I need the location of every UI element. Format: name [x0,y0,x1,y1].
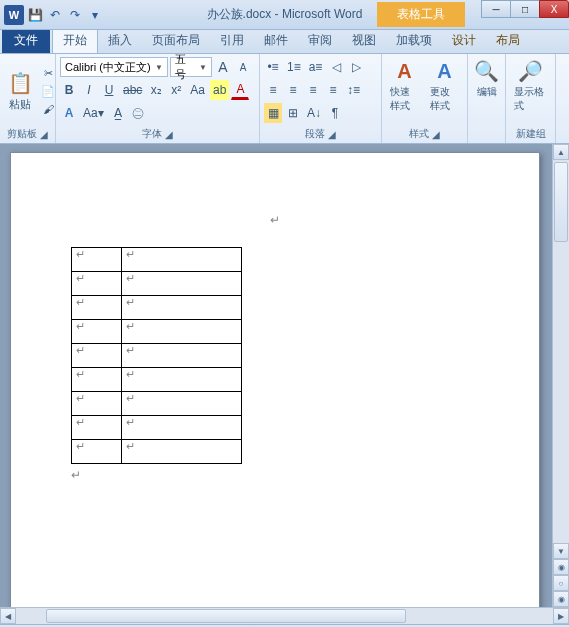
font-launcher-icon[interactable]: ◢ [165,129,173,140]
shading-button[interactable]: ▦ [264,103,282,123]
table-cell[interactable]: ↵ [122,416,242,440]
highlight-button[interactable]: ab [210,80,229,100]
table-cell[interactable]: ↵ [72,440,122,464]
insert-tab[interactable]: 插入 [98,28,142,53]
browse-object-icon[interactable]: ○ [553,575,569,591]
table-cell[interactable]: ↵ [122,344,242,368]
table-row[interactable]: ↵↵ [72,296,242,320]
table-layout-tab[interactable]: 布局 [486,28,530,53]
table-cell[interactable]: ↵ [122,272,242,296]
redo-icon[interactable]: ↷ [66,6,84,24]
table-row[interactable]: ↵↵ [72,368,242,392]
table-row[interactable]: ↵↵ [72,440,242,464]
table-row[interactable]: ↵↵ [72,344,242,368]
home-tab[interactable]: 开始 [52,27,98,53]
table-cell[interactable]: ↵ [122,368,242,392]
table-row[interactable]: ↵↵ [72,416,242,440]
table-cell[interactable]: ↵ [72,320,122,344]
file-tab[interactable]: 文件 [2,28,50,53]
decrease-indent-button[interactable]: ◁ [327,57,345,77]
scroll-track[interactable] [553,160,569,543]
scroll-up-icon[interactable]: ▲ [553,144,569,160]
save-icon[interactable]: 💾 [26,6,44,24]
table-cell[interactable]: ↵ [72,272,122,296]
table-cell[interactable]: ↵ [122,296,242,320]
hscroll-thumb[interactable] [46,609,406,623]
bullets-button[interactable]: •≡ [264,57,282,77]
enclose-button[interactable]: ㊁ [129,103,147,123]
qat-more-icon[interactable]: ▾ [86,6,104,24]
clear-format-button[interactable]: Aa▾ [80,103,107,123]
table-cell[interactable]: ↵ [72,344,122,368]
multilevel-button[interactable]: a≡ [306,57,326,77]
styles-launcher-icon[interactable]: ◢ [432,129,440,140]
close-button[interactable]: X [539,0,569,18]
table-row[interactable]: ↵↵ [72,320,242,344]
font-color-button[interactable]: A [231,80,249,100]
table-cell[interactable]: ↵ [122,248,242,272]
sort-button[interactable]: A↓ [304,103,324,123]
text-effects-button[interactable]: A [60,103,78,123]
line-spacing-button[interactable]: ↕≡ [344,80,363,100]
vertical-scrollbar[interactable]: ▲ ▼ ◉ ○ ◉ [552,144,569,607]
table-cell[interactable]: ↵ [72,392,122,416]
align-left-button[interactable]: ≡ [264,80,282,100]
table-row[interactable]: ↵↵ [72,272,242,296]
table-design-tab[interactable]: 设计 [442,28,486,53]
subscript-button[interactable]: x₂ [147,80,165,100]
numbering-button[interactable]: 1≡ [284,57,304,77]
font-name-combo[interactable]: Calibri (中文正文)▼ [60,57,168,77]
document-viewport[interactable]: ↵ ↵↵↵↵↵↵↵↵↵↵↵↵↵↵↵↵↵↵ ↵ [0,144,552,607]
table-cell[interactable]: ↵ [72,416,122,440]
cut-icon[interactable]: ✂ [39,65,57,81]
paragraph-launcher-icon[interactable]: ◢ [328,129,336,140]
show-format-button[interactable]: 🔎 显示格式 [510,57,551,115]
table-cell[interactable]: ↵ [72,368,122,392]
increase-indent-button[interactable]: ▷ [347,57,365,77]
table-cell[interactable]: ↵ [72,248,122,272]
underline-button[interactable]: U [100,80,118,100]
word-app-icon[interactable]: W [4,5,24,25]
review-tab[interactable]: 审阅 [298,28,342,53]
undo-icon[interactable]: ↶ [46,6,64,24]
italic-button[interactable]: I [80,80,98,100]
editing-button[interactable]: 🔍 编辑 [472,57,501,101]
document-table[interactable]: ↵↵↵↵↵↵↵↵↵↵↵↵↵↵↵↵↵↵ [71,247,242,464]
borders-button[interactable]: ⊞ [284,103,302,123]
strike-button[interactable]: abc [120,80,145,100]
clipboard-launcher-icon[interactable]: ◢ [40,129,48,140]
table-cell[interactable]: ↵ [122,392,242,416]
show-marks-button[interactable]: ¶ [326,103,344,123]
quick-styles-button[interactable]: A 快速样式 [386,57,423,115]
format-painter-icon[interactable]: 🖌 [39,101,57,117]
table-cell[interactable]: ↵ [122,320,242,344]
horizontal-scrollbar[interactable]: ◀ ▶ [0,607,569,624]
scroll-thumb[interactable] [554,162,568,242]
align-right-button[interactable]: ≡ [304,80,322,100]
maximize-button[interactable]: □ [510,0,540,18]
addins-tab[interactable]: 加载项 [386,28,442,53]
change-case-button[interactable]: Aa [187,80,208,100]
hscroll-track[interactable] [16,608,553,624]
paste-button[interactable]: 📋 粘贴 [4,57,36,125]
justify-button[interactable]: ≡ [324,80,342,100]
table-row[interactable]: ↵↵ [72,248,242,272]
superscript-button[interactable]: x² [167,80,185,100]
align-center-button[interactable]: ≡ [284,80,302,100]
mailings-tab[interactable]: 邮件 [254,28,298,53]
table-cell[interactable]: ↵ [122,440,242,464]
document-page[interactable]: ↵ ↵↵↵↵↵↵↵↵↵↵↵↵↵↵↵↵↵↵ ↵ [10,152,540,607]
scroll-right-icon[interactable]: ▶ [553,608,569,624]
minimize-button[interactable]: ─ [481,0,511,18]
scroll-left-icon[interactable]: ◀ [0,608,16,624]
view-tab[interactable]: 视图 [342,28,386,53]
next-page-icon[interactable]: ◉ [553,591,569,607]
grow-font-button[interactable]: A [214,57,232,77]
bold-button[interactable]: B [60,80,78,100]
table-row[interactable]: ↵↵ [72,392,242,416]
scroll-down-icon[interactable]: ▼ [553,543,569,559]
font-size-combo[interactable]: 五号▼ [170,57,212,77]
shrink-font-button[interactable]: A [234,57,252,77]
page-layout-tab[interactable]: 页面布局 [142,28,210,53]
copy-icon[interactable]: 📄 [39,83,57,99]
